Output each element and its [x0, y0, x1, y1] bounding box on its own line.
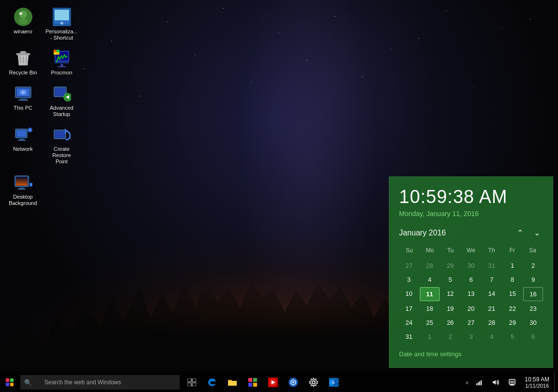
cal-day-14[interactable]: 14 [482, 287, 501, 301]
cal-day-2[interactable]: 2 [523, 259, 543, 272]
cal-day-28[interactable]: 28 [482, 316, 501, 329]
cal-day-31-prev[interactable]: 31 [482, 259, 501, 272]
advanced-startup-label: AdvancedStartup [50, 105, 73, 117]
calendar-header: January 2016 ⌃ ⌄ [399, 227, 543, 238]
procmon-icon [52, 48, 72, 68]
cal-day-31[interactable]: 31 [399, 330, 419, 343]
start-button[interactable] [0, 373, 19, 392]
day-header-mo: Mo [420, 246, 441, 255]
desktop-icon-recycle-bin[interactable]: Recycle Bin [5, 46, 41, 78]
cal-day-9[interactable]: 9 [523, 273, 543, 286]
cal-day-4-next[interactable]: 4 [482, 330, 501, 343]
cal-day-16[interactable]: 16 [523, 287, 543, 301]
cal-day-8[interactable]: 8 [502, 273, 522, 286]
svg-marker-72 [493, 380, 496, 385]
desktop-icon-desktop-bg[interactable]: DesktopBackground [5, 170, 41, 209]
cal-day-28-prev[interactable]: 28 [420, 259, 440, 272]
media-player-button[interactable] [263, 373, 283, 392]
svg-rect-42 [29, 183, 32, 187]
cal-day-29[interactable]: 29 [502, 316, 522, 329]
cal-day-3-next[interactable]: 3 [461, 330, 481, 343]
search-bar[interactable]: 🔍 Search the web and Windows [20, 375, 180, 390]
svg-rect-46 [6, 383, 9, 386]
desktop-icon-create-restore[interactable]: CreateRestore Point [43, 122, 80, 168]
cal-day-5-next[interactable]: 5 [502, 330, 522, 343]
cal-day-26[interactable]: 26 [441, 316, 460, 329]
cal-day-27-prev[interactable]: 27 [399, 259, 419, 272]
cal-day-30[interactable]: 30 [523, 316, 543, 329]
cal-day-7[interactable]: 7 [482, 273, 501, 286]
tray-volume-icon[interactable] [488, 373, 503, 392]
next-month-button[interactable]: ⌄ [531, 227, 543, 238]
store-button[interactable] [243, 373, 262, 392]
tray-expand-button[interactable]: ∧ [463, 373, 471, 392]
cal-day-29-prev[interactable]: 29 [441, 259, 460, 272]
cal-day-3[interactable]: 3 [399, 273, 419, 286]
icon-row-1: winaero Personaliza...- Shortcut [5, 5, 80, 44]
cal-day-23[interactable]: 23 [523, 302, 543, 315]
cal-day-4[interactable]: 4 [420, 273, 440, 286]
cal-day-10[interactable]: 10 [399, 287, 419, 301]
network-config-button[interactable] [284, 373, 303, 392]
edge-browser-button[interactable] [202, 373, 222, 392]
winaero-icon [14, 7, 33, 27]
cal-day-5[interactable]: 5 [441, 273, 460, 286]
this-pc-icon [14, 84, 33, 103]
cal-day-6[interactable]: 6 [461, 273, 481, 286]
cal-day-17[interactable]: 17 [399, 302, 419, 315]
cal-day-13[interactable]: 13 [461, 287, 481, 301]
desktop-icon-personalize[interactable]: Personaliza...- Shortcut [43, 5, 80, 44]
svg-rect-17 [57, 50, 59, 52]
cal-day-27[interactable]: 27 [461, 316, 481, 329]
datetime-settings-link[interactable]: Date and time settings [399, 350, 543, 358]
cal-day-24[interactable]: 24 [399, 316, 419, 329]
cal-day-15[interactable]: 15 [502, 287, 522, 301]
show-desktop-button[interactable] [554, 373, 558, 392]
svg-point-31 [29, 129, 31, 131]
cal-day-22[interactable]: 22 [502, 302, 522, 315]
cal-day-6-next[interactable]: 6 [523, 330, 543, 343]
cal-day-30-prev[interactable]: 30 [461, 259, 481, 272]
desktop-icon-procmon[interactable]: Procmon [43, 46, 80, 78]
store-icon [248, 377, 258, 387]
clock-area[interactable]: 10:59 AM 1/11/2016 [520, 373, 554, 392]
cal-day-20[interactable]: 20 [461, 302, 481, 315]
tray-action-center-icon[interactable] [504, 373, 520, 392]
task-view-button[interactable] [182, 373, 201, 392]
search-icon: 🔍 [24, 379, 32, 386]
cal-day-21[interactable]: 21 [482, 302, 501, 315]
svg-rect-8 [16, 53, 30, 55]
tray-network-icon[interactable] [472, 373, 487, 392]
cal-day-1-next[interactable]: 1 [420, 330, 440, 343]
desktop-icon-this-pc[interactable]: This PC [5, 81, 41, 120]
icon-row-4: Network CreateRestore Point [5, 122, 80, 168]
cal-day-1[interactable]: 1 [502, 259, 522, 272]
cal-day-11-today[interactable]: 11 [420, 287, 440, 301]
svg-point-27 [64, 93, 71, 101]
cal-day-25[interactable]: 25 [420, 316, 440, 329]
svg-rect-51 [192, 383, 196, 386]
desktop-icons-container: winaero Personaliza...- Shortcut [5, 5, 80, 209]
desktop-icon-network[interactable]: Network [5, 122, 41, 168]
svg-rect-69 [478, 382, 479, 385]
desktop-icon-advanced-startup[interactable]: AdvancedStartup [43, 81, 80, 120]
desktop-icon-winaero[interactable]: winaero [5, 5, 41, 44]
svg-rect-44 [6, 378, 9, 382]
cal-day-12[interactable]: 12 [441, 287, 460, 301]
prev-month-button[interactable]: ⌃ [514, 227, 526, 238]
icon-row-2: Recycle Bin [5, 46, 80, 78]
taskbar-date: 1/11/2016 [525, 383, 549, 389]
winaero-label: winaero [14, 29, 32, 35]
explorer-button[interactable] [223, 373, 242, 392]
svg-rect-73 [509, 379, 515, 384]
cal-day-19[interactable]: 19 [441, 302, 460, 315]
date-display: Monday, January 11, 2016 [399, 210, 543, 218]
svg-rect-6 [55, 20, 69, 24]
cal-day-2-next[interactable]: 2 [441, 330, 460, 343]
personalize-label: Personaliza...- Shortcut [45, 29, 78, 41]
cal-day-18[interactable]: 18 [420, 302, 440, 315]
outlook-button[interactable]: O [324, 373, 343, 392]
svg-rect-34 [18, 140, 26, 141]
svg-rect-35 [54, 130, 66, 139]
settings-button[interactable] [304, 373, 323, 392]
